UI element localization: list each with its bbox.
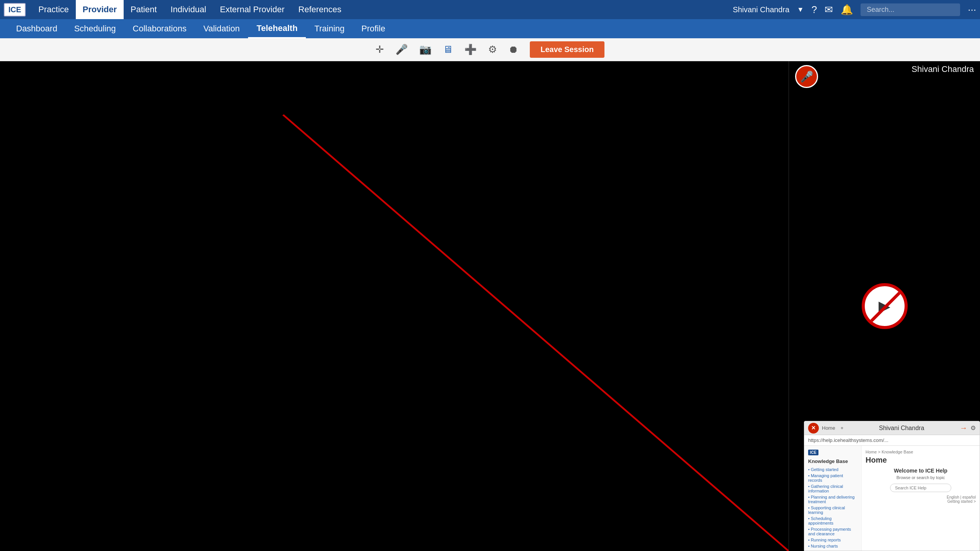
nav-practice[interactable]: Practice (31, 0, 75, 19)
help-arrow-icon: → (960, 424, 967, 432)
help-window: × Home + Shivani Chandra → ⚙ https://hel… (804, 421, 980, 551)
mail-icon[interactable]: ✉ (825, 4, 833, 16)
toolbar: ✛ 🎤 📷 🖥 ➕ ⚙ ⏺ Leave Session (0, 38, 980, 61)
nav-provider[interactable]: Provider (76, 0, 124, 19)
top-nav-right: Shivani Chandra ▼ ? ✉ 🔔 ··· (733, 3, 976, 16)
help-body: ICE Knowledge Base Getting started Manag… (804, 446, 980, 551)
help-link-0[interactable]: Getting started (808, 467, 858, 472)
help-icon[interactable]: ? (812, 4, 817, 16)
help-link-7[interactable]: Running reports (808, 538, 858, 542)
help-welcome-sub: Browse or search by topic (866, 475, 976, 480)
red-diagonal-line (0, 61, 789, 551)
settings-icon[interactable]: ⚙ (488, 44, 497, 55)
help-link-8[interactable]: Nursing charts (808, 544, 858, 548)
main-content: Shivani Chandra 🎤 × Home + Shivani Chand… (0, 61, 980, 551)
add-icon[interactable]: ➕ (464, 44, 477, 55)
subnav-telehealth[interactable]: Telehealth (248, 19, 306, 38)
subnav-dashboard[interactable]: Dashboard (8, 19, 66, 38)
help-link-6[interactable]: Processing payments and clearance (808, 527, 858, 536)
help-close-button[interactable]: × (808, 423, 819, 434)
subnav-profile[interactable]: Profile (353, 19, 394, 38)
nav-external-provider[interactable]: External Provider (213, 0, 292, 19)
microphone-icon[interactable]: 🎤 (395, 44, 408, 55)
nav-individual[interactable]: Individual (164, 0, 213, 19)
subnav-collaborations[interactable]: Collaborations (124, 19, 195, 38)
main-video-panel (0, 61, 789, 551)
help-sidebar-title: Knowledge Base (808, 458, 858, 464)
help-link-1[interactable]: Managing patient records (808, 473, 858, 483)
side-video-panel: Shivani Chandra 🎤 × Home + Shivani Chand… (789, 61, 980, 551)
leave-session-button[interactable]: Leave Session (530, 41, 604, 58)
help-link-5[interactable]: Scheduling appointments (808, 516, 858, 525)
help-welcome-heading: Welcome to ICE Help (866, 468, 976, 474)
help-sidebar-links: Getting started Managing patient records… (808, 467, 858, 551)
search-input[interactable] (861, 3, 960, 16)
help-link-4[interactable]: Supporting clinical learning (808, 505, 858, 515)
help-main-content: Home > Knowledge Base Home Welcome to IC… (862, 446, 980, 551)
subnav-training[interactable]: Training (306, 19, 353, 38)
help-getting-started-link[interactable]: Getting started > (947, 499, 976, 504)
record-icon[interactable]: ⏺ (508, 44, 518, 55)
nav-patient[interactable]: Patient (124, 0, 164, 19)
top-nav-bar: ICE Practice Provider Patient Individual… (0, 0, 980, 19)
help-titlebar: × Home + Shivani Chandra → ⚙ (804, 421, 980, 435)
sub-nav-bar: Dashboard Scheduling Collaborations Vali… (0, 19, 980, 38)
help-breadcrumb: Home > Knowledge Base (866, 450, 976, 454)
screen-icon[interactable]: 🖥 (443, 44, 453, 55)
help-language: English | español (947, 495, 976, 499)
help-link-2[interactable]: Gathering clinical information (808, 484, 858, 493)
help-page-title: Home (866, 456, 976, 465)
no-video-icon (862, 283, 908, 329)
no-video-slash (862, 283, 908, 329)
help-search-input[interactable] (890, 484, 951, 492)
mute-icon[interactable]: 🎤 (795, 65, 818, 88)
subnav-validation[interactable]: Validation (195, 19, 248, 38)
nav-references[interactable]: References (291, 0, 348, 19)
move-icon[interactable]: ✛ (376, 44, 384, 55)
app-logo: ICE (4, 3, 26, 16)
more-icon[interactable]: ··· (968, 4, 976, 16)
help-welcome: Welcome to ICE Help Browse or search by … (866, 468, 976, 480)
help-window-title: Shivani Chandra (846, 425, 957, 432)
help-tab-plus[interactable]: + (841, 425, 844, 431)
help-link-3[interactable]: Planning and delivering treatment (808, 495, 858, 504)
help-footer: English | español Getting started > (866, 495, 976, 504)
help-settings-icon[interactable]: ⚙ (970, 424, 976, 432)
svg-line-0 (283, 115, 789, 551)
help-url-bar: https://help.icehealthsystems.com/... (804, 435, 980, 446)
help-logo: ICE (808, 450, 858, 455)
subnav-scheduling[interactable]: Scheduling (66, 19, 124, 38)
participant-name: Shivani Chandra (911, 64, 974, 74)
help-logo-box: ICE (808, 450, 818, 455)
user-name[interactable]: Shivani Chandra (733, 5, 789, 14)
help-tab-home[interactable]: Home (822, 425, 835, 431)
dropdown-icon[interactable]: ▼ (797, 6, 804, 14)
help-url-text: https://help.icehealthsystems.com/... (808, 437, 889, 443)
top-nav-links: Practice Provider Patient Individual Ext… (31, 0, 733, 19)
mic-muted-icon: 🎤 (800, 70, 813, 83)
help-sidebar: ICE Knowledge Base Getting started Manag… (804, 446, 862, 551)
camera-icon[interactable]: 📷 (419, 44, 431, 55)
bell-icon[interactable]: 🔔 (841, 4, 853, 16)
